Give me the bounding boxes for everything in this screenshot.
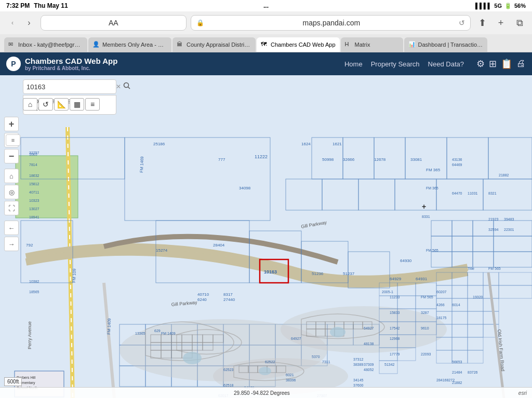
back-button[interactable]: ‹: [5, 16, 20, 30]
locate-button[interactable]: ◎: [4, 185, 19, 199]
county-favicon: 🏛: [177, 41, 184, 48]
svg-text:51342: 51342: [384, 363, 395, 366]
search-box: ✕: [23, 79, 116, 94]
refresh-tool-button[interactable]: ↺: [38, 98, 53, 111]
svg-text:21882: 21882: [452, 381, 462, 385]
svg-text:39483: 39483: [504, 217, 514, 221]
reload-button[interactable]: ↺: [459, 19, 465, 27]
svg-text:629: 629: [154, 329, 161, 333]
url-bar[interactable]: 🔒 maps.pandai.com ↺: [191, 15, 471, 31]
address-bar[interactable]: AA: [41, 15, 187, 31]
tab-dashboard[interactable]: 📊 Dashboard | Transaction...: [404, 37, 487, 52]
svg-text:34145: 34145: [353, 378, 364, 382]
search-button[interactable]: [123, 82, 130, 91]
svg-point-98: [259, 367, 271, 375]
svg-text:10163: 10163: [264, 269, 277, 275]
nav-need-data[interactable]: Need Data?: [428, 60, 464, 68]
scale-bar: 600ft: [4, 377, 22, 386]
layer-toggle[interactable]: ≡: [6, 134, 20, 146]
print-icon[interactable]: 🖨: [516, 58, 526, 70]
tab-members[interactable]: 👤 Members Only Area - HA...: [88, 37, 171, 52]
svg-text:64929: 64929: [390, 277, 402, 281]
tab-inbox[interactable]: ✉ Inbox - katy@theefpgrou...: [4, 37, 87, 52]
svg-text:Perry Avenue: Perry Avenue: [27, 321, 32, 349]
svg-text:62518: 62518: [223, 383, 234, 387]
svg-text:83726: 83726: [468, 370, 478, 374]
svg-text:Title: Title: [468, 267, 474, 270]
map-container[interactable]: Gill Parkway Gill Parkway Perry Avenue O…: [0, 75, 532, 398]
nav-home[interactable]: Home: [344, 60, 363, 68]
svg-text:51236: 51236: [312, 271, 324, 276]
forward-button[interactable]: ›: [22, 16, 36, 30]
svg-point-96: [183, 352, 202, 364]
svg-text:64931: 64931: [416, 277, 428, 281]
share-button[interactable]: ⬆: [475, 16, 489, 30]
svg-text:22093: 22093: [421, 352, 431, 356]
svg-text:1624: 1624: [301, 142, 311, 146]
svg-text:19320: 19320: [473, 295, 483, 299]
svg-text:64927: 64927: [364, 326, 374, 330]
svg-text:48052: 48052: [364, 368, 374, 372]
app-logo: P Chambers CAD Web App by Pritchard & Ab…: [6, 57, 117, 71]
url-text: maps.pandai.com: [207, 19, 456, 27]
layers-icon[interactable]: ⚙: [476, 58, 485, 70]
measure-tool-button[interactable]: 📐: [54, 98, 69, 111]
tab-county[interactable]: 🏛 County Appraisal District...: [172, 37, 256, 52]
svg-point-97: [330, 327, 345, 337]
home-tool-button[interactable]: ⌂: [23, 98, 37, 111]
app-header: P Chambers CAD Web App by Pritchard & Ab…: [0, 52, 532, 75]
svg-text:38389: 38389: [353, 363, 364, 366]
svg-text:40711: 40711: [29, 190, 39, 194]
svg-text:37309: 37309: [364, 363, 374, 366]
svg-text:8331: 8331: [422, 215, 430, 218]
clipboard-icon[interactable]: 📋: [501, 58, 512, 70]
tab-chambers[interactable]: 🗺 Chambers CAD Web App: [257, 37, 340, 52]
zoom-in-button[interactable]: +: [4, 117, 19, 131]
nav-property-search[interactable]: Property Search: [371, 60, 420, 68]
grid-tool-button[interactable]: ▦: [70, 98, 84, 111]
search-clear-button[interactable]: ✕: [116, 83, 121, 90]
tab-dashboard-label: Dashboard | Transaction...: [418, 42, 483, 48]
home-button[interactable]: ⌂: [4, 169, 19, 183]
tabs-button[interactable]: ⧉: [512, 16, 527, 30]
members-favicon: 👤: [92, 41, 100, 48]
svg-text:22301: 22301: [504, 228, 514, 231]
new-tab-button[interactable]: +: [494, 16, 508, 30]
forward-nav-button[interactable]: →: [4, 237, 19, 251]
svg-text:11233: 11233: [390, 295, 400, 299]
svg-text:50998: 50998: [322, 157, 334, 162]
zoom-out-button[interactable]: −: [4, 149, 19, 163]
left-controls: + ≡ − ⌂ ◎ ⛶ ← →: [4, 117, 19, 251]
svg-text:8317: 8317: [223, 292, 233, 297]
svg-text:51237: 51237: [343, 271, 355, 276]
svg-text:7814: 7814: [29, 163, 37, 167]
svg-text:17779: 17779: [390, 352, 400, 356]
fullscreen-button[interactable]: ⛶: [4, 201, 19, 215]
svg-text:FM 565: FM 565: [426, 249, 438, 252]
svg-text:13027: 13027: [29, 207, 39, 211]
svg-text:FM 109: FM 109: [72, 268, 77, 283]
list-tool-button[interactable]: ≡: [85, 98, 100, 111]
browser-toolbar: ‹ › AA 🔒 maps.pandai.com ↺ ⬆ + ⧉: [0, 11, 532, 34]
svg-text:27440: 27440: [223, 297, 235, 302]
svg-text:32594: 32594: [488, 228, 499, 231]
svg-text:37312: 37312: [353, 358, 364, 361]
header-icons: ⚙ ⊞ 📋 🖨: [476, 58, 526, 70]
back-nav-button[interactable]: ←: [4, 221, 19, 235]
tab-chambers-label: Chambers CAD Web App: [271, 42, 336, 48]
svg-text:FM 1469: FM 1469: [139, 156, 144, 173]
battery-level: 56%: [514, 3, 526, 9]
search-input[interactable]: [26, 83, 114, 91]
svg-text:777: 777: [218, 157, 225, 162]
date: Thu May 11: [34, 2, 68, 9]
tabs-bar: ✉ Inbox - katy@theefpgrou... 👤 Members O…: [0, 34, 532, 52]
svg-text:11031: 11031: [468, 191, 478, 195]
svg-text:18565: 18565: [29, 290, 39, 294]
svg-text:FM 365: FM 365: [426, 186, 438, 190]
svg-text:3287: 3287: [421, 311, 429, 314]
grid-icon[interactable]: ⊞: [489, 58, 497, 70]
tab-members-label: Members Only Area - HA...: [102, 42, 167, 48]
tab-matrix[interactable]: H Matrix: [341, 37, 403, 52]
svg-text:32666: 32666: [343, 157, 355, 162]
browser-actions: ⬆ + ⧉: [475, 16, 527, 30]
